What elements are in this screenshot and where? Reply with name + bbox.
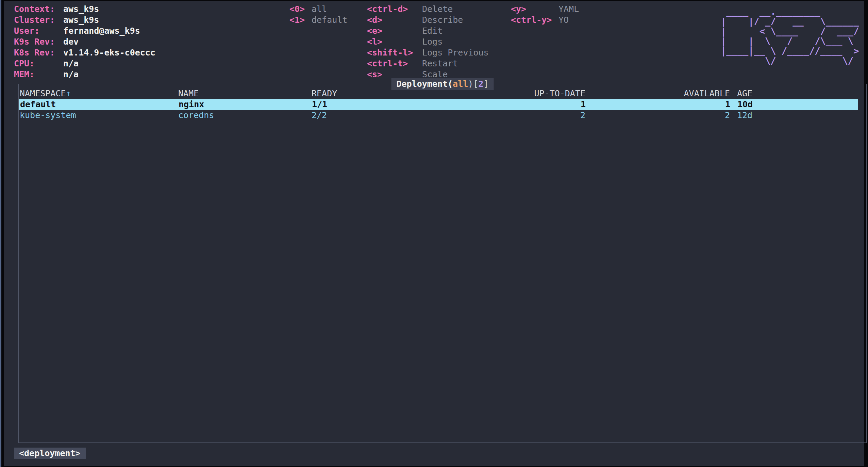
info-value: fernand@aws_k9s bbox=[63, 26, 140, 36]
cell-available: 1 bbox=[614, 99, 730, 110]
hotkey-key: <l> bbox=[367, 36, 382, 47]
cell-available: 2 bbox=[614, 110, 730, 121]
info-label: K8s Rev: bbox=[14, 47, 55, 58]
info-label: MEM: bbox=[14, 69, 34, 80]
sort-arrow-icon: ↑ bbox=[66, 88, 71, 98]
cell-namespace: default bbox=[20, 99, 56, 110]
info-value: aws_k9s bbox=[63, 15, 99, 26]
hotkey-key: <shift-l> bbox=[367, 47, 413, 58]
info-label: K9s Rev: bbox=[14, 36, 55, 47]
cell-up-to-date: 1 bbox=[427, 99, 586, 110]
hotkey-label: Restart bbox=[422, 58, 458, 69]
cell-name: coredns bbox=[178, 110, 214, 121]
info-value: aws_k9s bbox=[63, 4, 99, 15]
column-header-age[interactable]: AGE bbox=[737, 88, 752, 99]
column-header-namespace[interactable]: NAMESPACE↑ bbox=[20, 88, 71, 99]
k9s-terminal: Context: aws_k9s Cluster: aws_k9s User: … bbox=[4, 1, 864, 466]
k9s-ascii-logo: ____ __.________ | |/ _/ __ \______ | < … bbox=[721, 6, 859, 66]
table-title-resource: Deployment( bbox=[397, 79, 453, 89]
hotkey-key: <s> bbox=[367, 69, 382, 80]
breadcrumb-deployment[interactable]: <deployment> bbox=[14, 448, 86, 459]
info-value: n/a bbox=[63, 58, 79, 69]
cell-age: 10d bbox=[737, 99, 753, 110]
info-label: CPU: bbox=[14, 58, 34, 69]
info-label: Cluster: bbox=[14, 15, 55, 26]
hotkey-label: Delete bbox=[422, 4, 453, 15]
table-title-scope: all bbox=[453, 79, 468, 89]
table-title-bracket: ] bbox=[483, 79, 488, 89]
cell-ready: 1/1 bbox=[312, 99, 327, 110]
cell-name: nginx bbox=[179, 99, 204, 110]
hotkey-key: <1> bbox=[289, 15, 305, 26]
hotkey-key: <e> bbox=[367, 26, 382, 36]
column-header-ready[interactable]: READY bbox=[312, 88, 337, 99]
hotkey-label: YO bbox=[558, 15, 569, 26]
info-value: dev bbox=[63, 36, 79, 47]
hotkey-label: default bbox=[312, 15, 347, 26]
table-header-row: NAMESPACE↑ NAME READY UP-TO-DATE AVAILAB… bbox=[19, 88, 866, 99]
column-header-available[interactable]: AVAILABLE bbox=[614, 88, 730, 99]
info-value: v1.14.9-eks-c0eccc bbox=[63, 47, 155, 58]
cell-ready: 2/2 bbox=[312, 110, 327, 121]
hotkey-key: <ctrl-t> bbox=[367, 58, 408, 69]
hotkey-label: Logs Previous bbox=[422, 47, 489, 58]
cell-namespace: kube-system bbox=[20, 110, 76, 121]
hotkey-label: all bbox=[312, 4, 327, 15]
deployment-table: Deployment(all)[2] NAMESPACE↑ NAME READY… bbox=[18, 84, 867, 443]
hotkey-label: Describe bbox=[422, 15, 463, 26]
info-label: User: bbox=[14, 26, 39, 36]
hotkey-label: Edit bbox=[422, 26, 443, 36]
table-title-bracket: )[ bbox=[468, 79, 478, 89]
hotkey-label: YAML bbox=[558, 4, 579, 15]
table-row[interactable]: kube-system coredns 2/2 2 2 12d bbox=[19, 110, 866, 121]
window-edge bbox=[0, 0, 1, 467]
column-header-name[interactable]: NAME bbox=[178, 88, 199, 99]
table-title-count: 2 bbox=[478, 79, 483, 89]
hotkey-key: <ctrl-d> bbox=[367, 4, 408, 15]
hotkey-label: Logs bbox=[422, 36, 443, 47]
cell-age: 12d bbox=[737, 110, 752, 121]
cell-up-to-date: 2 bbox=[427, 110, 585, 121]
table-row-selected[interactable]: default nginx 1/1 1 1 10d bbox=[19, 99, 858, 110]
hotkey-key: <ctrl-y> bbox=[511, 15, 552, 26]
info-label: Context: bbox=[14, 4, 55, 15]
hotkey-key: <y> bbox=[511, 4, 526, 15]
hotkey-key: <d> bbox=[367, 15, 382, 26]
info-value: n/a bbox=[63, 69, 79, 80]
hotkey-key: <0> bbox=[289, 4, 305, 15]
column-header-up-to-date[interactable]: UP-TO-DATE bbox=[427, 88, 585, 99]
